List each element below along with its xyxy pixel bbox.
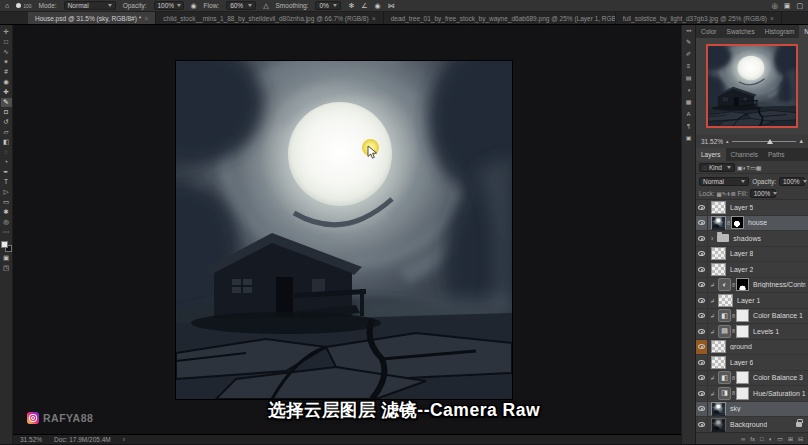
layer-row[interactable]: ↲▤8Levels 1	[696, 324, 808, 340]
layer-thumbnail[interactable]	[711, 201, 726, 214]
new-group-icon[interactable]: ▭	[777, 435, 783, 442]
brush-settings-panel-icon[interactable]: ✐	[686, 49, 691, 58]
opacity-select[interactable]: 100%	[154, 1, 184, 10]
document-canvas[interactable]	[176, 61, 512, 399]
foreground-color-swatch[interactable]	[1, 241, 8, 248]
smoothing-options-gear-icon[interactable]: ✻	[348, 2, 354, 10]
close-icon[interactable]: ×	[372, 15, 376, 22]
type-tool[interactable]: T	[1, 178, 12, 187]
filter-kind-select[interactable]: ◌ Kind	[699, 163, 735, 172]
color-swatches[interactable]	[1, 241, 12, 252]
brush-angle-icon[interactable]: ∠	[361, 2, 367, 10]
healing-brush-tool[interactable]: ✚	[1, 88, 12, 97]
smoothing-select[interactable]: 0%	[315, 1, 341, 10]
symmetry-icon[interactable]: ⋈	[388, 2, 395, 10]
lock-all-icon[interactable]: ⊠	[731, 191, 736, 197]
group-expand-icon[interactable]: ›	[711, 235, 713, 242]
navigator-preview[interactable]	[706, 44, 798, 128]
shape-tool[interactable]: ▭	[1, 198, 12, 207]
document-tab[interactable]: dead_tree_01_by_free_stock_by_wayne_d6ab…	[384, 12, 616, 24]
flow-select[interactable]: 60%	[226, 1, 256, 10]
search-icon[interactable]: ◎	[772, 2, 778, 10]
adjustment-icon[interactable]: ◐	[718, 278, 731, 291]
layer-row[interactable]: ↲◧8Color Balance 3	[696, 371, 808, 387]
adjustments-panel-icon[interactable]: ◑	[687, 85, 691, 94]
tab-channels[interactable]: Channels	[726, 148, 763, 161]
lasso-tool[interactable]: ∿	[1, 48, 12, 57]
workspace-switcher-icon[interactable]: ▣	[784, 2, 791, 10]
brush-preset-picker[interactable]: 100	[16, 3, 31, 9]
adjustment-icon[interactable]: ◧	[718, 371, 731, 384]
layer-effects-icon[interactable]: fx	[750, 436, 755, 442]
navigator-zoom-slider[interactable]	[732, 141, 797, 142]
layer-mask-thumbnail[interactable]	[736, 371, 749, 384]
layer-blend-mode-select[interactable]: Normal	[699, 177, 749, 186]
layer-thumbnail[interactable]	[711, 247, 726, 260]
zoom-tool[interactable]: ◎	[1, 218, 12, 227]
collapse-panels-icon[interactable]: ◂◂	[686, 27, 691, 33]
layer-row[interactable]: 8house	[696, 216, 808, 232]
adjustment-icon[interactable]: ◧	[718, 309, 731, 322]
layer-mask-thumbnail[interactable]	[731, 216, 744, 229]
quick-mask-icon[interactable]: ▣	[1, 254, 12, 263]
layer-row[interactable]: Layer 8	[696, 247, 808, 263]
layer-row[interactable]: Layer 2	[696, 262, 808, 278]
share-icon[interactable]: ▢	[796, 2, 803, 10]
status-expand-icon[interactable]: ›	[123, 436, 125, 443]
layer-row[interactable]: ›shadows	[696, 231, 808, 247]
history-brush-tool[interactable]: ↺	[1, 118, 12, 127]
tab-paths[interactable]: Paths	[763, 148, 790, 161]
layer-row[interactable]: Layer 5	[696, 200, 808, 216]
document-tab[interactable]: child_stock__mins_1_88_by_shelldevil_d80…	[156, 12, 383, 24]
add-layer-mask-icon[interactable]: □	[760, 436, 764, 442]
canvas-area[interactable]	[13, 25, 681, 434]
eyedropper-tool[interactable]: ◉	[1, 78, 12, 87]
zoom-in-icon[interactable]: ▴	[799, 137, 803, 145]
clone-source-panel-icon[interactable]: ≡	[687, 61, 691, 70]
home-icon[interactable]: ⌂	[5, 2, 9, 9]
panel-tab-histogram[interactable]: Histogram	[760, 25, 800, 38]
edit-toolbar-icon[interactable]: ⋯	[1, 228, 12, 237]
eraser-tool[interactable]: ▱	[1, 128, 12, 137]
crop-tool[interactable]: #	[1, 68, 12, 77]
layer-thumbnail[interactable]	[711, 356, 726, 369]
airbrush-icon[interactable]: △	[263, 2, 268, 10]
pressure-size-icon[interactable]: ◉	[375, 2, 381, 10]
document-tab[interactable]: full_solstice_by_light_d37gb3.jpg @ 25% …	[616, 12, 782, 24]
new-adjustment-layer-icon[interactable]: ◐	[769, 436, 773, 442]
mask-link-icon[interactable]: 8	[732, 328, 735, 334]
layer-thumbnail[interactable]	[711, 216, 726, 229]
link-layers-icon[interactable]: ∞	[741, 436, 745, 442]
marquee-tool[interactable]: □	[1, 38, 12, 47]
layer-mask-thumbnail[interactable]	[736, 309, 749, 322]
panel-tab-navigator[interactable]: Navigator	[799, 25, 808, 38]
mask-link-icon[interactable]: 8	[732, 390, 735, 396]
pressure-opacity-icon[interactable]: ◉	[191, 2, 197, 10]
brush-tool[interactable]: ✎	[1, 98, 12, 107]
path-selection-tool[interactable]: ▷	[1, 188, 12, 197]
slider-thumb[interactable]	[767, 139, 773, 144]
zoom-out-icon[interactable]: ▴	[726, 138, 729, 144]
hand-tool[interactable]: ✱	[1, 208, 12, 217]
mask-link-icon[interactable]: 8	[732, 282, 735, 288]
brushes-panel-icon[interactable]: ✎	[686, 37, 691, 46]
gradient-tool[interactable]: ◧	[1, 138, 12, 147]
layer-row[interactable]: ↲◧8Color Balance 1	[696, 309, 808, 325]
adjustment-icon[interactable]: ▤	[718, 325, 731, 338]
layer-thumbnail[interactable]	[718, 294, 733, 307]
layer-thumbnail[interactable]	[711, 340, 726, 353]
layer-mask-thumbnail[interactable]	[736, 278, 749, 291]
clone-stamp-tool[interactable]: ◘	[1, 108, 12, 117]
navigator-zoom-value[interactable]: 31.52%	[701, 138, 723, 145]
layer-row[interactable]: ↲Layer 1	[696, 293, 808, 309]
paragraph-panel-icon[interactable]: ¶	[687, 121, 690, 130]
move-tool[interactable]: ✛	[1, 28, 12, 37]
layer-row[interactable]: Layer 6	[696, 355, 808, 371]
libraries-panel-icon[interactable]: ▤	[686, 73, 692, 82]
new-layer-icon[interactable]: ⊞	[788, 435, 793, 442]
character-panel-icon[interactable]: A	[686, 109, 690, 118]
layer-thumbnail[interactable]	[711, 263, 726, 276]
status-zoom-field[interactable]: 31.52%	[20, 436, 42, 443]
mask-link-icon[interactable]: 8	[732, 375, 735, 381]
mask-link-icon[interactable]: 8	[732, 313, 735, 319]
